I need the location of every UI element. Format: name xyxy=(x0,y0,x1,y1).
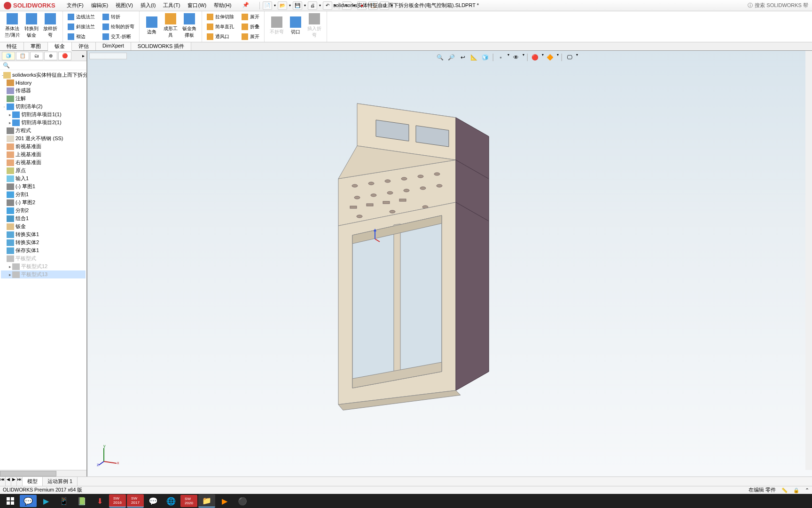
tab-sketch[interactable]: 草图 xyxy=(24,42,48,50)
status-unit-icon[interactable]: 📏 xyxy=(781,487,788,493)
zoom-area-icon[interactable]: 🔎 xyxy=(447,53,456,62)
view-orientation-icon[interactable]: 🧊 xyxy=(481,53,490,62)
tree-item-14[interactable]: 分割1 xyxy=(1,190,86,198)
hide-show-icon[interactable]: 👁 xyxy=(511,53,521,62)
tree-item-6[interactable]: 方程式 xyxy=(1,127,86,135)
taskbar-sw2017[interactable]: SW2017 xyxy=(127,494,144,508)
sketched-bend-button[interactable]: 绘制的折弯 xyxy=(101,22,136,32)
taskbar-sw2016[interactable]: SW2016 xyxy=(109,494,126,508)
tree-item-10[interactable]: 右视基准面 xyxy=(1,159,86,167)
print-button[interactable]: 🖨 xyxy=(308,1,317,10)
tree-tab-display[interactable]: 🔴 xyxy=(58,52,71,60)
edge-flange-button[interactable]: 边线法兰 xyxy=(66,12,97,22)
open-button[interactable]: 📂 xyxy=(278,1,287,10)
tree-item-9[interactable]: 上视基准面 xyxy=(1,151,86,159)
3d-viewport[interactable]: 🔍 🔎 ↩ 📐 🧊 ▫▾ 👁▾ 🔴▾ 🔶▾ 🖵▾ xyxy=(87,51,812,476)
tree-item-17[interactable]: 组合1 xyxy=(1,214,86,222)
extruded-cut-button[interactable]: 拉伸切除 xyxy=(205,12,236,22)
bt-nav-last[interactable]: ⏭ xyxy=(17,477,23,486)
menu-insert[interactable]: 插入(I) xyxy=(139,1,157,10)
taskbar-obs[interactable]: ⚫ xyxy=(234,495,251,507)
bottom-tab-model[interactable]: 模型 xyxy=(23,477,43,486)
tree-item-11[interactable]: 原点 xyxy=(1,167,86,175)
tab-features[interactable]: 特征 xyxy=(0,42,24,50)
miter-flange-button[interactable]: 斜接法兰 xyxy=(66,22,97,32)
tree-root[interactable]: -solidworks实体特征自上而下拆分板金件 xyxy=(1,71,86,79)
tree-item-12[interactable]: 输入1 xyxy=(1,175,86,183)
tree-item-23[interactable]: ▸平板型式12 xyxy=(1,262,86,270)
tree-item-22[interactable]: 平板型式 xyxy=(1,254,86,262)
tree-item-16[interactable]: 分割2 xyxy=(1,206,86,214)
taskbar-sw2020[interactable]: SW2020 xyxy=(180,495,197,507)
taskbar-wechat[interactable]: 💬 xyxy=(145,495,162,507)
tab-evaluate[interactable]: 评估 xyxy=(72,42,96,50)
tree-item-0[interactable]: History xyxy=(1,79,86,87)
tree-tab-feature[interactable]: 🧊 xyxy=(2,52,15,60)
tree-item-19[interactable]: 转换实体1 xyxy=(1,230,86,238)
jog-button[interactable]: 转折 xyxy=(101,12,136,22)
taskbar-app-1[interactable]: 💬 xyxy=(20,495,37,507)
menu-edit[interactable]: 编辑(E) xyxy=(89,1,110,10)
tree-tab-dimxpert[interactable]: ⊕ xyxy=(44,52,57,60)
bottom-tab-motion[interactable]: 运动算例 1 xyxy=(43,477,78,486)
tab-sheetmetal[interactable]: 钣金 xyxy=(48,42,72,51)
start-button[interactable] xyxy=(2,495,19,507)
flatten-button[interactable]: 展开 xyxy=(240,32,261,41)
gusset-button[interactable]: 钣金角 撑板 xyxy=(180,12,199,40)
forming-tool-button[interactable]: 成形工 具 xyxy=(161,12,180,40)
menu-tools[interactable]: 工具(T) xyxy=(161,1,182,10)
new-button[interactable]: 📄 xyxy=(263,1,272,10)
vent-button[interactable]: 通风口 xyxy=(205,32,236,41)
taskbar-app-2[interactable]: ▶ xyxy=(38,495,55,507)
tree-tab-config[interactable]: 🗂 xyxy=(30,52,43,60)
save-button[interactable]: 💾 xyxy=(293,1,302,10)
taskbar-browser[interactable]: 🌐 xyxy=(163,495,180,507)
view-triad[interactable]: y x z xyxy=(97,444,120,467)
taskbar-app-3[interactable]: 📱 xyxy=(55,495,72,507)
filter-icon[interactable]: 🔍 xyxy=(0,61,86,70)
fold-button[interactable]: 折叠 xyxy=(240,22,261,32)
menu-help[interactable]: 帮助(H) xyxy=(212,1,233,10)
tree-item-13[interactable]: (-) 草图1 xyxy=(1,183,86,190)
simple-hole-button[interactable]: 简单直孔 xyxy=(205,22,236,32)
tree-item-20[interactable]: 转换实体2 xyxy=(1,238,86,246)
tree-item-5[interactable]: ▸切割清单项目2(1) xyxy=(1,119,86,127)
undo-button[interactable]: ↶ xyxy=(323,1,332,10)
taskbar-player[interactable]: ▶ xyxy=(216,495,233,507)
search-area[interactable]: ⓘ 搜索 SOLIDWORKS 帮 xyxy=(748,2,812,9)
menu-view[interactable]: 视图(V) xyxy=(114,1,135,10)
tree-item-3[interactable]: -切割清单(2) xyxy=(1,103,86,111)
tree-item-15[interactable]: (-) 草图2 xyxy=(1,198,86,206)
bt-nav-next[interactable]: ▶ xyxy=(11,477,17,486)
bt-nav-prev[interactable]: ◀ xyxy=(6,477,11,486)
status-expand-icon[interactable]: ⌃ xyxy=(805,487,809,493)
menu-file[interactable]: 文件(F) xyxy=(65,1,86,10)
tree-item-18[interactable]: 钣金 xyxy=(1,222,86,230)
tree-scrollbar-h[interactable] xyxy=(0,470,86,476)
menu-window[interactable]: 窗口(W) xyxy=(186,1,208,10)
lofted-bend-button[interactable]: 放样折 弯 xyxy=(41,12,60,40)
viewport-scrollbar-v[interactable] xyxy=(805,51,812,470)
tree-item-21[interactable]: 保存实体1 xyxy=(1,246,86,254)
tree-tab-property[interactable]: 📋 xyxy=(16,52,29,60)
tab-addins[interactable]: SOLIDWORKS 插件 xyxy=(131,42,192,50)
cross-break-button[interactable]: 交叉-折断 xyxy=(101,32,136,41)
taskbar-app-4[interactable]: 📗 xyxy=(73,495,90,507)
hem-button[interactable]: 褶边 xyxy=(66,32,97,41)
pin-icon[interactable]: 📌 xyxy=(241,1,251,10)
base-flange-button[interactable]: 基体法 兰/薄片 xyxy=(3,12,22,40)
unfold-button[interactable]: 展开 xyxy=(240,12,261,22)
convert-sheetmetal-button[interactable]: 转换到 钣金 xyxy=(22,12,41,40)
taskbar-app-5[interactable]: ⬇ xyxy=(91,495,108,507)
previous-view-icon[interactable]: ↩ xyxy=(458,53,468,62)
rip-button[interactable]: 切口 xyxy=(286,12,305,40)
corner-button[interactable]: 边角 xyxy=(142,12,161,40)
section-view-icon[interactable]: 📐 xyxy=(469,53,479,62)
tree-item-2[interactable]: 注解 xyxy=(1,95,86,103)
status-lock-icon[interactable]: 🔒 xyxy=(793,487,799,493)
edit-appearance-icon[interactable]: 🔴 xyxy=(531,53,540,62)
tree-item-1[interactable]: 传感器 xyxy=(1,87,86,95)
tab-dimxpert[interactable]: DimXpert xyxy=(96,42,131,50)
apply-scene-icon[interactable]: 🔶 xyxy=(546,53,555,62)
view-settings-icon[interactable]: 🖵 xyxy=(565,53,574,62)
